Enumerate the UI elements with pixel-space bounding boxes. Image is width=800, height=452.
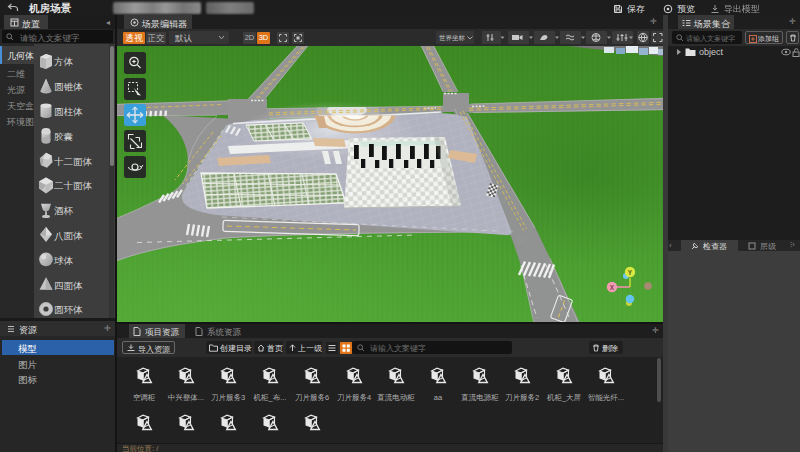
svg-text:Y: Y xyxy=(628,269,633,276)
svg-text:X: X xyxy=(610,284,615,291)
